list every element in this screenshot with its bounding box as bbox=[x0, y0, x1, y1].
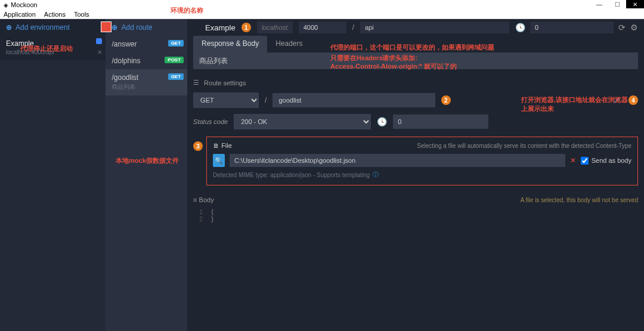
plus-icon: ⊕ bbox=[6, 23, 12, 32]
file-hint: Selecting a file will automatically serv… bbox=[417, 143, 631, 149]
app-body: ⊕ Add environment Example localhost:4000… bbox=[0, 19, 644, 331]
refresh-icon[interactable]: ⟳ bbox=[618, 23, 626, 32]
step-badge-2: 2 bbox=[441, 95, 451, 105]
clock-icon: 🕓 bbox=[377, 117, 387, 126]
slash-label: / bbox=[265, 96, 267, 104]
status-row: Status code 200 - OK 🕓 bbox=[193, 114, 638, 129]
latency-input[interactable] bbox=[530, 21, 614, 33]
route-settings-header: ☰ Route settings bbox=[193, 79, 638, 86]
host-input[interactable] bbox=[257, 21, 293, 33]
step-badge-3: 3 bbox=[193, 141, 203, 151]
method-badge-get: GET bbox=[168, 73, 184, 80]
menu-bar: Application Actions Tools bbox=[0, 10, 644, 19]
body-label: Body bbox=[199, 196, 214, 203]
add-route-label: Add route bbox=[121, 23, 152, 32]
env-badge-icon bbox=[96, 38, 102, 44]
env-close-icon[interactable]: ✕ bbox=[97, 49, 102, 55]
documentation-input[interactable] bbox=[193, 52, 638, 69]
send-as-body-checkbox[interactable] bbox=[581, 157, 589, 165]
env-title: Example bbox=[6, 39, 100, 48]
route-path: /goodlist bbox=[112, 73, 138, 82]
send-as-body-toggle[interactable]: Send as body bbox=[581, 157, 631, 165]
menu-tools[interactable]: Tools bbox=[74, 11, 89, 18]
body-header: ≡ Body A file is selected, this body wil… bbox=[193, 196, 638, 203]
clock-icon: 🕓 bbox=[515, 23, 525, 32]
route-path: /dolphins bbox=[112, 57, 140, 65]
file-clear-icon[interactable]: ✕ bbox=[570, 156, 576, 165]
maximize-button[interactable]: ☐ bbox=[608, 0, 626, 8]
route-item-dolphins[interactable]: /dolphins POST bbox=[106, 52, 187, 69]
content-area: ☰ Route settings GET / 2 ↗ 4 Status code… bbox=[187, 52, 644, 331]
open-in-browser-icon[interactable]: ↗ bbox=[613, 95, 620, 105]
prefix-input[interactable] bbox=[360, 21, 509, 33]
add-environment-button[interactable]: ⊕ Add environment bbox=[0, 19, 106, 36]
environment-topbar: Example 1 / 🕓 ⟳ ⚙ bbox=[187, 19, 644, 36]
list-icon: ☰ bbox=[193, 79, 199, 86]
slash-label: / bbox=[352, 23, 354, 32]
step-badge-4: 4 bbox=[628, 95, 638, 105]
file-path-input[interactable] bbox=[230, 154, 565, 167]
env-name-label: Example bbox=[205, 23, 236, 32]
close-button[interactable]: ✕ bbox=[626, 0, 644, 8]
method-badge-get: GET bbox=[168, 40, 184, 47]
route-item-answer[interactable]: /answer GET bbox=[106, 36, 187, 52]
window-title: Mockoon bbox=[11, 1, 38, 8]
step-badge-1: 1 bbox=[242, 23, 251, 32]
file-icon: 🗎 bbox=[213, 142, 219, 149]
env-subtitle: localhost:4000/api bbox=[6, 49, 100, 55]
route-item-goodlist[interactable]: /goodlist GET 商品列表 bbox=[106, 69, 187, 95]
route-desc: 商品列表 bbox=[112, 83, 181, 91]
file-browse-button[interactable]: 🔍 bbox=[213, 154, 225, 167]
route-latency-input[interactable] bbox=[393, 115, 488, 129]
status-code-select[interactable]: 200 - OK bbox=[234, 114, 371, 129]
tab-response-body[interactable]: Response & Body bbox=[193, 36, 267, 52]
file-section: 🗎 File Selecting a file will automatical… bbox=[206, 137, 638, 185]
add-env-label: Add environment bbox=[16, 23, 70, 32]
status-code-label: Status code bbox=[193, 118, 228, 125]
plus-icon: ⊕ bbox=[112, 23, 117, 32]
body-warning: A file is selected, this body will not b… bbox=[521, 197, 638, 203]
add-route-button[interactable]: ⊕ Add route bbox=[106, 19, 187, 36]
route-method-path-row: GET / 2 ↗ 4 bbox=[193, 92, 638, 108]
routes-panel: ⊕ Add route /answer GET /dolphins POST /… bbox=[106, 19, 187, 331]
environment-item[interactable]: Example localhost:4000/api ✕ bbox=[0, 36, 106, 60]
env-running-indicator[interactable] bbox=[101, 21, 112, 32]
menu-application[interactable]: Application bbox=[4, 11, 36, 18]
info-icon[interactable]: ⓘ bbox=[373, 171, 379, 179]
settings-icon[interactable]: ⚙ bbox=[630, 23, 638, 32]
body-icon: ≡ bbox=[193, 196, 197, 203]
tab-headers[interactable]: Headers bbox=[267, 36, 311, 52]
body-editor[interactable]: 1{ 2} bbox=[193, 208, 638, 222]
route-path: /answer bbox=[112, 40, 137, 48]
main-panel: Example 1 / 🕓 ⟳ ⚙ Response & Body Header… bbox=[187, 19, 644, 331]
environments-sidebar: ⊕ Add environment Example localhost:4000… bbox=[0, 19, 106, 331]
method-select[interactable]: GET bbox=[193, 92, 259, 108]
app-icon: ◈ bbox=[4, 2, 8, 8]
file-label: 🗎 File bbox=[213, 142, 232, 149]
port-input[interactable] bbox=[299, 21, 346, 33]
method-badge-post: POST bbox=[165, 57, 184, 63]
minimize-button[interactable]: — bbox=[590, 0, 608, 8]
route-path-input[interactable] bbox=[273, 93, 435, 107]
route-settings-label: Route settings bbox=[204, 79, 246, 86]
menu-actions[interactable]: Actions bbox=[44, 11, 66, 18]
mime-row: Detected MIME type: application/json - S… bbox=[213, 171, 631, 179]
response-tabs: Response & Body Headers bbox=[187, 36, 644, 52]
window-titlebar: ◈ Mockoon — ☐ ✕ bbox=[0, 0, 644, 10]
